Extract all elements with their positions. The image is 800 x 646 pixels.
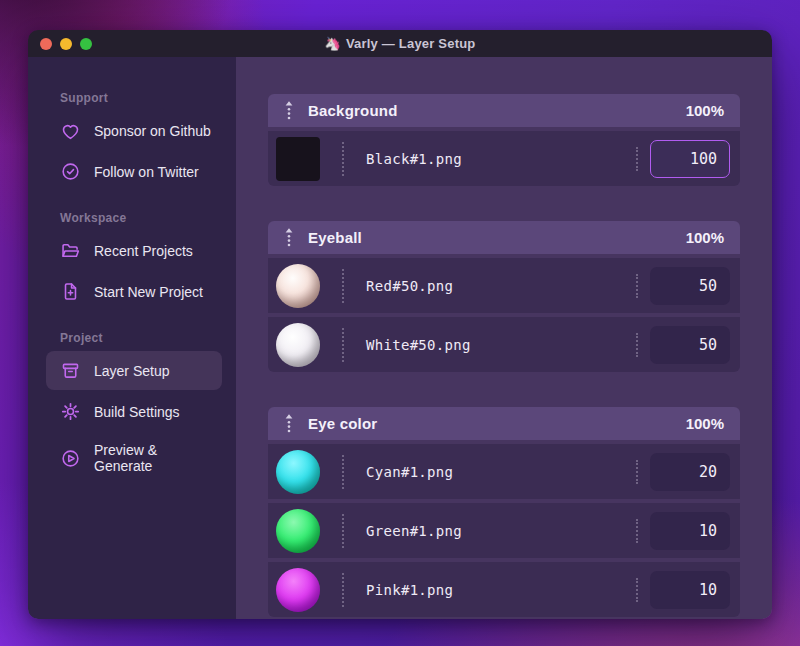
layer-row-white-50-png[interactable]: White#50.png — [268, 317, 740, 372]
sidebar: Support Sponsor on Github Follow on Twit… — [28, 57, 236, 619]
layer-thumbnail-pink-sphere — [276, 568, 320, 612]
verified-badge-icon — [60, 161, 81, 182]
sidebar-section-label: Project — [60, 331, 218, 345]
sidebar-item-label: Preview & Generate — [94, 442, 214, 474]
sidebar-section-label: Workspace — [60, 211, 218, 225]
play-circle-icon — [60, 448, 81, 469]
layer-group-background: Background 100% Black#1.png — [268, 94, 740, 186]
layer-row-black-1-png[interactable]: Black#1.png — [268, 131, 740, 186]
layer-filename: Black#1.png — [366, 151, 462, 167]
layer-thumbnail-white-sphere — [276, 323, 320, 367]
sidebar-item-label: Follow on Twitter — [94, 164, 199, 180]
divider — [342, 269, 344, 303]
layer-group-name: Eye color — [308, 415, 377, 432]
sidebar-section: Support Sponsor on Github Follow on Twit… — [28, 91, 236, 191]
sidebar-item-start-new-project[interactable]: Start New Project — [46, 272, 222, 311]
sidebar-section-label: Support — [60, 91, 218, 105]
layer-filename: Green#1.png — [366, 523, 462, 539]
layer-setup-panel: Background 100% Black#1.png Eyeball 100%… — [236, 57, 772, 619]
divider — [636, 460, 638, 484]
sidebar-item-recent-projects[interactable]: Recent Projects — [46, 231, 222, 270]
layer-weight-input[interactable] — [650, 326, 730, 364]
layer-row-green-1-png[interactable]: Green#1.png — [268, 503, 740, 558]
layer-weight-input[interactable] — [650, 140, 730, 178]
layer-weight-input[interactable] — [650, 512, 730, 550]
layer-group-eye-color: Eye color 100% Cyan#1.png Green#1.png Pi… — [268, 407, 740, 617]
divider — [636, 578, 638, 602]
layer-weight-input[interactable] — [650, 267, 730, 305]
divider — [342, 455, 344, 489]
sidebar-item-label: Layer Setup — [94, 363, 170, 379]
file-plus-icon — [60, 281, 81, 302]
layer-row-pink-1-png[interactable]: Pink#1.png — [268, 562, 740, 617]
sidebar-item-sponsor-on-github[interactable]: Sponsor on Github — [46, 111, 222, 150]
layer-weight-input[interactable] — [650, 453, 730, 491]
divider — [342, 573, 344, 607]
app-window: 🦄Varly — Layer Setup Support Sponsor on … — [28, 30, 772, 619]
sidebar-item-layer-setup[interactable]: Layer Setup — [46, 351, 222, 390]
layer-weight-input[interactable] — [650, 571, 730, 609]
divider — [342, 514, 344, 548]
sidebar-item-label: Recent Projects — [94, 243, 193, 259]
layer-row-red-50-png[interactable]: Red#50.png — [268, 258, 740, 313]
layer-group-name: Eyeball — [308, 229, 362, 246]
window-title: 🦄Varly — Layer Setup — [28, 36, 772, 51]
layer-group-header[interactable]: Eye color 100% — [268, 407, 740, 440]
layer-group-weight: 100% — [686, 415, 724, 432]
gear-icon — [60, 401, 81, 422]
window-title-text: Varly — Layer Setup — [346, 36, 476, 51]
divider — [636, 147, 638, 171]
sidebar-item-preview-generate[interactable]: Preview & Generate — [46, 433, 222, 483]
window-content: Support Sponsor on Github Follow on Twit… — [28, 57, 772, 619]
sidebar-item-label: Sponsor on Github — [94, 123, 211, 139]
drag-handle-icon[interactable] — [284, 227, 294, 249]
sidebar-item-label: Build Settings — [94, 404, 180, 420]
folder-icon — [60, 240, 81, 261]
layer-row-cyan-1-png[interactable]: Cyan#1.png — [268, 444, 740, 499]
layer-thumbnail-black-square — [276, 137, 320, 181]
divider — [342, 328, 344, 362]
layer-filename: Pink#1.png — [366, 582, 453, 598]
layer-filename: Red#50.png — [366, 278, 453, 294]
layer-group-header[interactable]: Eyeball 100% — [268, 221, 740, 254]
sidebar-item-build-settings[interactable]: Build Settings — [46, 392, 222, 431]
layers-icon — [60, 360, 81, 381]
drag-handle-icon[interactable] — [284, 413, 294, 435]
sidebar-section: Project Layer Setup Build Settings Previ… — [28, 331, 236, 483]
layer-group-name: Background — [308, 102, 398, 119]
layer-filename: White#50.png — [366, 337, 471, 353]
divider — [636, 274, 638, 298]
titlebar: 🦄Varly — Layer Setup — [28, 30, 772, 57]
divider — [636, 519, 638, 543]
layer-thumbnail-cyan-sphere — [276, 450, 320, 494]
sidebar-item-label: Start New Project — [94, 284, 203, 300]
heart-icon — [60, 120, 81, 141]
layer-group-weight: 100% — [686, 229, 724, 246]
layer-thumbnail-red-sphere — [276, 264, 320, 308]
sidebar-item-follow-on-twitter[interactable]: Follow on Twitter — [46, 152, 222, 191]
sidebar-section: Workspace Recent Projects Start New Proj… — [28, 211, 236, 311]
drag-handle-icon[interactable] — [284, 100, 294, 122]
layer-filename: Cyan#1.png — [366, 464, 453, 480]
divider — [342, 142, 344, 176]
layer-thumbnail-green-sphere — [276, 509, 320, 553]
layer-group-header[interactable]: Background 100% — [268, 94, 740, 127]
divider — [636, 333, 638, 357]
layer-group-weight: 100% — [686, 102, 724, 119]
layer-group-eyeball: Eyeball 100% Red#50.png White#50.png — [268, 221, 740, 372]
app-icon: 🦄 — [325, 36, 341, 51]
